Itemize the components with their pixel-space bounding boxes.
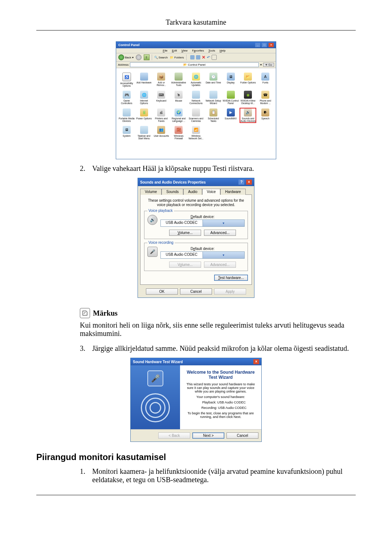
address-dropdown-icon[interactable]: ▾ (260, 63, 262, 66)
tab-volume[interactable]: Volume (140, 189, 162, 195)
cp-item-scanners[interactable]: Scanners and Cameras (188, 108, 204, 123)
search-button[interactable]: 🔍 Search (154, 56, 168, 59)
control-panel-grid: ♿Accessibility Options Add Hardware 📦Add… (116, 68, 276, 159)
menu-edit[interactable]: Edit (172, 49, 177, 52)
cp-item-taskbar[interactable]: Taskbar and Start Menu (136, 125, 152, 140)
dialog-tabs: Volume Sounds Audio Voice Hardware (138, 186, 254, 194)
back-button[interactable]: Back ▾ (118, 54, 134, 60)
playback-device-combo[interactable]: USB Audio CODEC ▼ (160, 219, 245, 227)
menu-help[interactable]: Help (220, 49, 225, 52)
cp-item-fonts[interactable]: AFonts (257, 72, 274, 88)
menu-view[interactable]: View (181, 49, 188, 52)
speech-icon: 🗣 (261, 108, 269, 116)
toolbar: Back ▾ ⇧ 🔍 Search 📁 Folders ✕ ↶ (116, 53, 276, 62)
up-button[interactable]: ⇧ (144, 54, 150, 60)
cp-item-nvidia-cp[interactable]: NVIDIA Control Panel (222, 90, 239, 105)
cp-item-label: Phone and Modem ... (257, 99, 274, 104)
tab-audio[interactable]: Audio (183, 189, 202, 195)
recording-device-combo[interactable]: USB Audio CODEC ▼ (160, 251, 245, 259)
cancel-button[interactable]: Cancel (226, 432, 258, 439)
cp-item-wireless[interactable]: 📶Wireless Network Set... (188, 125, 204, 140)
go-button[interactable]: ➔ Go (263, 63, 274, 67)
cp-item-phone[interactable]: ☎Phone and Modem ... (257, 90, 274, 105)
maximize-button[interactable]: □ (262, 43, 267, 47)
admin-tools-icon (175, 73, 183, 81)
cp-item-add-remove[interactable]: 📦Add or Remov... (153, 72, 170, 88)
cp-item-regional[interactable]: 🌍Regional and Language ... (170, 108, 187, 123)
group-title-recording: Voice recording (147, 241, 175, 245)
cp-item-accessibility[interactable]: ♿Accessibility Options (118, 72, 135, 88)
cp-item-system[interactable]: 🖥System (118, 125, 135, 140)
cp-item-soundmax[interactable]: ▶SoundMAX (222, 108, 239, 123)
cp-item-nvidia-nview[interactable]: ◉NVIDIA nView Desktop M... (240, 90, 256, 105)
voice-recording-group: Voice recording 🎤 Default device: USB Au… (144, 243, 248, 271)
help-button[interactable]: ? (238, 180, 244, 185)
step-number: 2. (80, 164, 92, 173)
copy-icon[interactable] (196, 55, 200, 59)
menu-favorites[interactable]: Favorites (192, 49, 204, 52)
wizard-recording-line: Recording: USB Audio CODEC (192, 406, 256, 410)
cp-item-sounds-audio[interactable]: 🔊Sounds and Audio Devices (240, 108, 256, 123)
extra-toolbar-icons: ✕ ↶ (190, 55, 217, 60)
tab-sounds[interactable]: Sounds (162, 189, 183, 195)
cp-item-network-conn[interactable]: Network Connections (188, 90, 204, 105)
cancel-button[interactable]: Cancel (180, 288, 212, 295)
cp-item-users[interactable]: 👥User Accounts (153, 125, 170, 140)
cp-item-auto-updates[interactable]: 🌐Automatic Updates (188, 72, 204, 88)
fonts-icon: A (261, 73, 269, 81)
playback-device-value: USB Audio CODEC (161, 220, 203, 226)
search-label: Search (159, 56, 168, 59)
menu-tools[interactable]: Tools (208, 49, 215, 52)
cp-item-display[interactable]: 🖥Display (222, 72, 239, 88)
cp-item-speech[interactable]: 🗣Speech (257, 108, 274, 123)
cp-item-label: Game Controllers (118, 99, 135, 104)
close-button[interactable]: × (269, 43, 274, 47)
cp-item-internet[interactable]: 🌐Internet Options (136, 90, 152, 105)
next-button[interactable]: Next > (192, 432, 224, 439)
cp-item-power[interactable]: 🔋Power Options (136, 108, 152, 123)
auto-updates-icon: 🌐 (192, 73, 200, 81)
network-icon (192, 91, 200, 99)
cp-item-label: Add Hardware (136, 81, 152, 84)
cp-item-folder-options[interactable]: 📂Folder Options (240, 72, 256, 88)
playback-advanced-button[interactable]: Advanced... (204, 230, 236, 236)
cp-item-firewall[interactable]: 🧱Windows Firewall (170, 125, 187, 140)
internet-icon: 🌐 (140, 91, 148, 99)
cp-item-admin-tools[interactable]: Administrative Tools (170, 72, 187, 88)
printers-icon: 🖨 (157, 108, 165, 116)
nvidia-nview-icon: ◉ (244, 91, 252, 99)
sound-hardware-test-wizard: Sound Hardware Test Wizard × 🎤 Welcome t… (130, 358, 262, 442)
cp-item-mouse[interactable]: 🖱Mouse (170, 90, 187, 105)
cp-item-printers[interactable]: 🖨Printers and Faxes (153, 108, 170, 123)
tab-hardware[interactable]: Hardware (220, 189, 245, 195)
keyboard-icon: ⌨ (157, 91, 165, 99)
cp-item-game[interactable]: 🎮Game Controllers (118, 90, 135, 105)
cp-item-portable[interactable]: Portable Media Devices (118, 108, 135, 123)
folders-button[interactable]: 📁 Folders (170, 56, 184, 59)
ok-button[interactable]: OK (146, 288, 178, 295)
menu-file[interactable]: File (163, 49, 168, 52)
cp-item-date-time[interactable]: 🕑Date and Time (205, 72, 222, 88)
step-3: 3. Järgige allkirjeldatud samme. Nüüd pe… (80, 344, 356, 353)
toolbar-separator (152, 54, 152, 60)
undo-icon[interactable]: ↶ (207, 55, 210, 60)
close-button[interactable]: × (253, 359, 259, 364)
address-field[interactable]: 📂 Control Panel (130, 62, 259, 67)
scheduled-icon: 📋 (209, 108, 217, 116)
forward-button[interactable] (136, 54, 142, 60)
views-icon[interactable] (212, 55, 217, 60)
delete-icon[interactable]: ✕ (202, 55, 205, 60)
move-icon[interactable] (190, 55, 195, 59)
cp-item-add-hardware[interactable]: Add Hardware (136, 72, 152, 88)
minimize-button[interactable]: _ (255, 43, 260, 47)
playback-volume-button[interactable]: Volume... (169, 230, 201, 236)
close-button[interactable]: × (246, 180, 252, 185)
tab-voice[interactable]: Voice (202, 189, 220, 195)
recording-volume-button: Volume... (169, 262, 201, 268)
back-button: < Back (158, 432, 190, 439)
cp-item-network-setup[interactable]: Network Setup Wizard (205, 90, 222, 105)
cp-item-scheduled[interactable]: 📋Scheduled Tasks (205, 108, 222, 123)
cp-item-keyboard[interactable]: ⌨Keyboard (153, 90, 170, 105)
test-hardware-button[interactable]: Test hardware... (214, 275, 248, 281)
dialog-controls: ? × (238, 180, 252, 185)
